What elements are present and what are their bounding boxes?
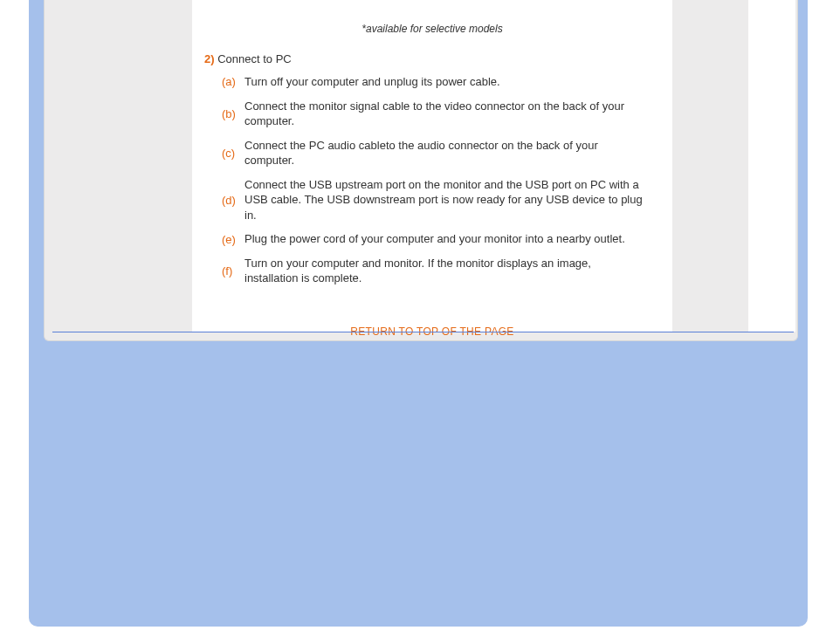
substep-letter: (b): [204, 107, 244, 120]
substep-letter: (a): [204, 75, 244, 88]
availability-note: *available for selective models: [192, 0, 672, 35]
right-margin-strip: [748, 0, 795, 332]
substep-letter: (e): [204, 233, 244, 246]
substep-e: (e) Plug the power cord of your computer…: [204, 231, 646, 247]
substep-letter: (f): [204, 264, 244, 277]
document-body: *available for selective models 2) Conne…: [192, 0, 672, 332]
substep-d: (d) Connect the USB upstream port on the…: [204, 177, 646, 223]
page-background: *available for selective models 2) Conne…: [0, 0, 833, 644]
substep-text: Connect the monitor signal cable to the …: [244, 99, 646, 129]
substep-text: Connect the PC audio cableto the audio c…: [244, 138, 646, 168]
horizontal-divider: [52, 332, 794, 332]
substep-list: (a) Turn off your computer and unplug it…: [192, 74, 672, 286]
step-title: Connect to PC: [217, 52, 292, 65]
substep-f: (f) Turn on your computer and monitor. I…: [204, 256, 646, 286]
substep-text: Plug the power cord of your computer and…: [244, 231, 646, 247]
substep-c: (c) Connect the PC audio cableto the aud…: [204, 138, 646, 168]
substep-a: (a) Turn off your computer and unplug it…: [204, 74, 646, 90]
substep-b: (b) Connect the monitor signal cable to …: [204, 99, 646, 129]
substep-letter: (d): [204, 194, 244, 207]
substep-text: Turn on your computer and monitor. If th…: [244, 256, 646, 286]
step-header: 2) Connect to PC: [192, 35, 672, 74]
substep-letter: (c): [204, 147, 244, 160]
step-number: 2): [204, 52, 215, 65]
substep-text: Connect the USB upstream port on the mon…: [244, 177, 646, 223]
substep-text: Turn off your computer and unplug its po…: [244, 74, 646, 90]
